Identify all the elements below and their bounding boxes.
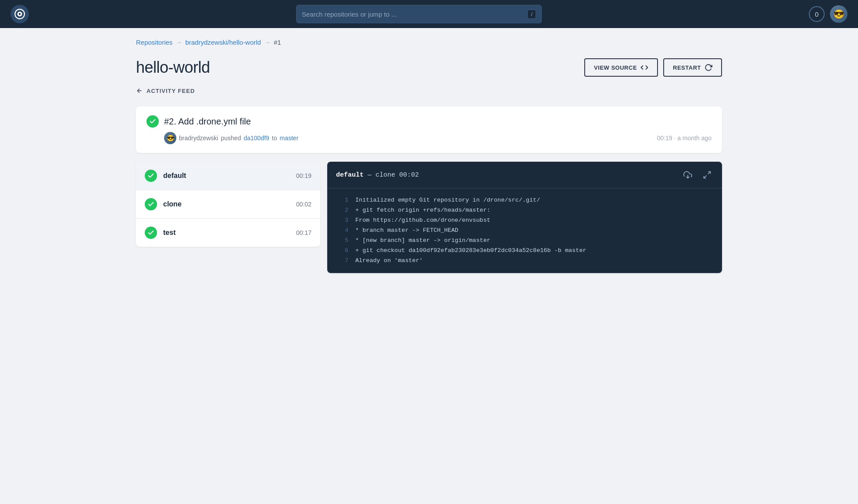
breadcrumb-repositories[interactable]: Repositories: [136, 39, 172, 46]
build-meta-left: 😎 bradrydzewski pushed da100df9 to maste…: [147, 132, 298, 144]
step-default-duration: 00:19: [296, 172, 311, 179]
checkmark-icon: [149, 118, 156, 125]
step-test-name: test: [163, 229, 175, 237]
log-line: 1Initialized empty Git repository in /dr…: [327, 195, 722, 206]
log-line-text: From https://github.com/drone/envsubst: [355, 216, 490, 226]
build-commit-link[interactable]: da100df9: [243, 135, 269, 142]
back-arrow-icon: [136, 87, 143, 94]
log-line: 3From https://github.com/drone/envsubst: [327, 216, 722, 226]
pipeline-panel: default 00:19 clone 00:02: [136, 162, 320, 247]
step-default-name: default: [163, 172, 186, 180]
log-line-text: + git checkout da100df92efab230283e3eb0f…: [355, 246, 586, 256]
step-clone-name: clone: [163, 200, 182, 208]
log-separator: —: [368, 171, 375, 179]
log-line: 5* [new branch] master -> origin/master: [327, 236, 722, 246]
step-clone-duration: 00:02: [296, 201, 311, 208]
log-line-number: 6: [336, 246, 348, 256]
search-shortcut-key: /: [527, 10, 536, 19]
step-test-check: [145, 227, 157, 239]
log-header-title: default — clone 00:02: [336, 171, 419, 179]
breadcrumb: Repositories → bradrydzewski/hello-world…: [136, 39, 722, 46]
view-source-label: VIEW SOURCE: [594, 64, 637, 71]
page-title: hello-world: [136, 58, 210, 77]
log-line: 4* branch master -> FETCH_HEAD: [327, 226, 722, 236]
search-wrapper: Search repositories or jump to ... /: [36, 5, 802, 23]
log-line-number: 1: [336, 195, 348, 206]
build-action: pushed: [221, 135, 241, 142]
build-meta-right: 00:19 · a month ago: [657, 135, 711, 142]
pipeline-step-clone-left: clone: [145, 198, 182, 210]
log-line: 7Already on 'master': [327, 256, 722, 266]
build-to-label: to: [272, 135, 277, 142]
log-line-number: 5: [336, 236, 348, 246]
log-panel: default — clone 00:02: [327, 162, 722, 273]
log-line-number: 4: [336, 226, 348, 236]
step-test-duration: 00:17: [296, 229, 311, 236]
step-clone-check: [145, 198, 157, 210]
step-default-checkmark: [147, 172, 154, 179]
log-line-text: Initialized empty Git repository in /dro…: [355, 195, 540, 206]
svg-line-5: [708, 172, 711, 174]
activity-feed-link[interactable]: ACTIVITY FEED: [136, 87, 722, 94]
avatar-emoji: 😎: [833, 9, 844, 19]
log-header: default — clone 00:02: [327, 162, 722, 188]
main-content: Repositories → bradrydzewski/hello-world…: [122, 28, 736, 284]
log-body: 1Initialized empty Git repository in /dr…: [327, 188, 722, 273]
restart-button[interactable]: RESTART: [663, 58, 722, 77]
step-default-check: [145, 170, 157, 182]
download-icon: [683, 170, 692, 179]
breadcrumb-repo[interactable]: bradrydzewski/hello-world: [185, 39, 261, 46]
log-step-name: default: [336, 171, 364, 179]
view-source-icon: [640, 64, 648, 71]
app-logo[interactable]: [11, 5, 29, 23]
build-card: #2. Add .drone.yml file 😎 bradrydzewski …: [136, 106, 722, 153]
build-card-meta: 😎 bradrydzewski pushed da100df9 to maste…: [147, 132, 711, 144]
log-line: 2+ git fetch origin +refs/heads/master:: [327, 206, 722, 216]
build-author-avatar: 😎: [164, 132, 176, 144]
notification-count: 0: [815, 11, 819, 18]
logo-icon: [14, 8, 25, 20]
log-expand-button[interactable]: [701, 169, 713, 181]
log-line-text: + git fetch origin +refs/heads/master:: [355, 206, 490, 216]
log-header-actions: [682, 169, 713, 181]
build-card-header: #2. Add .drone.yml file: [147, 115, 711, 128]
build-author: bradrydzewski: [179, 135, 218, 142]
build-duration-display: 00:19 · a month ago: [657, 135, 711, 142]
step-test-checkmark: [147, 229, 154, 236]
breadcrumb-arrow-2: →: [265, 39, 270, 46]
breadcrumb-arrow-1: →: [176, 39, 182, 46]
build-branch-link[interactable]: master: [280, 135, 299, 142]
topnav-right-section: 0 😎: [809, 5, 847, 23]
svg-line-6: [704, 176, 707, 178]
restart-icon: [704, 64, 712, 71]
breadcrumb-build: #1: [274, 39, 281, 46]
log-line: 6+ git checkout da100df92efab230283e3eb0…: [327, 246, 722, 256]
log-sub-duration-val: 00:02: [399, 171, 419, 179]
view-source-button[interactable]: VIEW SOURCE: [584, 58, 658, 77]
pipeline-step-clone[interactable]: clone 00:02: [136, 190, 320, 219]
activity-feed-label: ACTIVITY FEED: [147, 88, 195, 94]
build-success-icon: [147, 115, 159, 128]
log-download-button[interactable]: [682, 169, 694, 181]
expand-icon: [703, 170, 711, 179]
page-header: hello-world VIEW SOURCE RESTART: [136, 58, 722, 77]
pipeline-step-test[interactable]: test 00:17: [136, 219, 320, 247]
lower-section: default 00:19 clone 00:02: [136, 162, 722, 273]
log-line-text: Already on 'master': [355, 256, 423, 266]
user-avatar[interactable]: 😎: [830, 5, 847, 23]
pipeline-step-test-left: test: [145, 227, 175, 239]
log-line-number: 2: [336, 206, 348, 216]
log-line-text: * branch master -> FETCH_HEAD: [355, 226, 458, 236]
notification-badge[interactable]: 0: [809, 6, 825, 22]
log-sub-step: clone: [375, 171, 395, 179]
svg-point-2: [19, 13, 21, 15]
search-placeholder: Search repositories or jump to ...: [302, 11, 527, 18]
top-navigation: Search repositories or jump to ... / 0 😎: [0, 0, 858, 28]
header-actions: VIEW SOURCE RESTART: [584, 58, 722, 77]
pipeline-step-default[interactable]: default 00:19: [136, 162, 320, 190]
step-clone-checkmark: [147, 201, 154, 208]
log-line-text: * [new branch] master -> origin/master: [355, 236, 490, 246]
search-bar[interactable]: Search repositories or jump to ... /: [296, 5, 542, 23]
restart-label: RESTART: [673, 64, 701, 71]
log-line-number: 3: [336, 216, 348, 226]
